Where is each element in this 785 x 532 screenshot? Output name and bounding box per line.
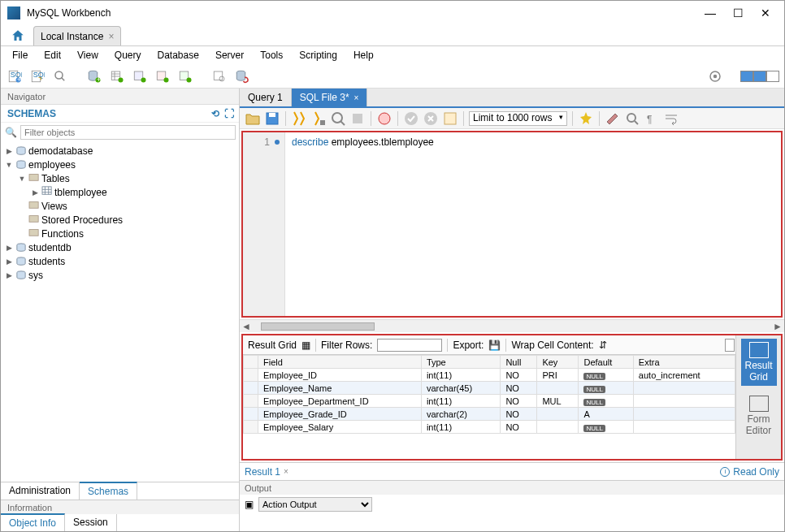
tree-item-employees[interactable]: ▼ employees	[1, 158, 239, 171]
execute-icon[interactable]	[291, 110, 307, 127]
toggle-bottom-panel[interactable]	[753, 71, 766, 82]
menu-scripting[interactable]: Scripting	[293, 48, 344, 63]
column-header[interactable]: Type	[421, 356, 501, 369]
refresh-icon[interactable]: ⟲	[211, 108, 219, 119]
fn-add-icon[interactable]	[176, 67, 194, 85]
toggle-left-panel[interactable]	[740, 71, 753, 82]
collapse-side-icon[interactable]	[725, 339, 735, 352]
svg-rect-25	[29, 175, 38, 181]
folder-icon	[28, 172, 40, 184]
close-tab-icon[interactable]: ×	[284, 467, 288, 476]
close-button[interactable]: ✕	[760, 7, 771, 19]
result-tab[interactable]: Result 1 ×	[245, 466, 288, 478]
wrap-icon[interactable]	[663, 110, 679, 127]
tree-item-studentdb[interactable]: ▶ studentdb	[1, 240, 239, 254]
scroll-thumb[interactable]	[261, 322, 375, 331]
wrap-cell-icon[interactable]: ⇵	[599, 340, 607, 351]
tree-item-functions[interactable]: Functions	[1, 227, 239, 240]
tree-item-sys[interactable]: ▶ sys	[1, 268, 239, 282]
close-tab-icon[interactable]: ×	[354, 93, 359, 102]
open-file-icon[interactable]	[245, 110, 261, 127]
explain-icon[interactable]	[330, 110, 346, 127]
filter-rows-input[interactable]	[377, 339, 442, 352]
tab-administration[interactable]: Administration	[1, 482, 80, 500]
beautify-icon[interactable]	[578, 110, 594, 127]
column-header[interactable]: Null	[501, 356, 537, 369]
column-header[interactable]: Default	[579, 356, 633, 369]
search-table-icon[interactable]	[210, 67, 228, 85]
code-text[interactable]: describe employees.tblemployee	[285, 132, 781, 316]
export-icon[interactable]: 💾	[488, 340, 501, 351]
view-add-icon[interactable]	[131, 67, 149, 85]
menu-file[interactable]: File	[6, 48, 34, 63]
table-add-icon[interactable]	[108, 67, 126, 85]
scroll-right-icon[interactable]: ►	[771, 321, 784, 332]
expand-icon[interactable]: ⛶	[224, 108, 234, 119]
sql-editor[interactable]: 1 describe employees.tblemployee	[241, 131, 783, 318]
menu-tools[interactable]: Tools	[254, 48, 289, 63]
editor-scrollbar[interactable]: ◄ ►	[240, 319, 784, 332]
grid-view-icon[interactable]: ▦	[301, 340, 310, 351]
invisible-chars-icon[interactable]: ¶	[644, 110, 660, 127]
table-row[interactable]: Employee_Department_IDint(11)NOMULNULL	[244, 395, 735, 408]
tab-session[interactable]: Session	[65, 514, 117, 531]
output-stack-icon[interactable]: ▣	[245, 499, 254, 510]
database-icon	[15, 257, 27, 266]
stop-icon[interactable]	[349, 110, 366, 127]
side-form-editor[interactable]: Form Editor	[741, 392, 777, 439]
settings-icon[interactable]	[706, 67, 724, 85]
output-select[interactable]: Action Output	[258, 497, 372, 512]
menu-database[interactable]: Database	[151, 48, 206, 63]
menu-view[interactable]: View	[71, 48, 105, 63]
toggle-autocommit-icon[interactable]	[376, 110, 392, 127]
tab-object-info[interactable]: Object Info	[1, 513, 65, 531]
execute-current-icon[interactable]	[310, 110, 327, 127]
editor-tab-query1[interactable]: Query 1	[240, 89, 292, 106]
table-row[interactable]: Employee_Namevarchar(45)NONULL	[244, 382, 735, 395]
sp-add-icon[interactable]	[154, 67, 171, 85]
editor-tab-sqlfile3[interactable]: SQL File 3* ×	[292, 89, 368, 106]
home-button[interactable]	[6, 26, 30, 45]
table-row[interactable]: Employee_Salaryint(11)NONULL	[244, 421, 735, 434]
inspector-icon[interactable]	[51, 67, 69, 85]
column-header[interactable]: Field	[258, 356, 422, 369]
find-icon[interactable]	[624, 110, 640, 127]
tree-label: Stored Procedures	[41, 214, 123, 226]
toggle-limit-icon[interactable]	[442, 110, 458, 127]
save-icon[interactable]	[264, 110, 280, 127]
column-header[interactable]: Key	[537, 356, 579, 369]
menu-help[interactable]: Help	[347, 48, 380, 63]
connection-tab[interactable]: Local Instance ×	[33, 26, 121, 45]
tree-item-demodatabase[interactable]: ▶ demodatabase	[1, 144, 239, 158]
tree-item-tblemployee[interactable]: ▶ tblemployee	[1, 185, 239, 199]
column-header[interactable]: Extra	[633, 356, 735, 369]
wrap-cell-label: Wrap Cell Content:	[511, 340, 593, 351]
reconnect-icon[interactable]	[233, 67, 251, 85]
brush-icon[interactable]	[605, 110, 621, 127]
menu-query[interactable]: Query	[108, 48, 148, 63]
close-tab-icon[interactable]: ×	[108, 31, 114, 42]
menu-server[interactable]: Server	[209, 48, 250, 63]
tree-item-tables[interactable]: ▼ Tables	[1, 171, 239, 185]
result-grid[interactable]: FieldTypeNullKeyDefaultExtra Employee_ID…	[243, 355, 735, 459]
table-row[interactable]: Employee_Grade_IDvarchar(2)NOA	[244, 408, 735, 421]
rollback-icon[interactable]	[423, 110, 439, 127]
tree-item-views[interactable]: Views	[1, 199, 239, 213]
scroll-left-icon[interactable]: ◄	[240, 321, 253, 332]
limit-select[interactable]: Limit to 1000 rows	[469, 111, 567, 126]
new-sql-tab-icon[interactable]: SQL+	[6, 67, 24, 85]
minimize-button[interactable]: —	[705, 7, 716, 19]
menu-edit[interactable]: Edit	[37, 48, 67, 63]
tree-item-students[interactable]: ▶ students	[1, 254, 239, 268]
tree-item-stored-procedures[interactable]: Stored Procedures	[1, 213, 239, 227]
table-row[interactable]: Employee_IDint(11)NOPRINULLauto_incremen…	[244, 369, 735, 382]
open-sql-icon[interactable]: SQL	[28, 67, 46, 85]
maximize-button[interactable]: ☐	[732, 7, 744, 19]
toggle-right-panel[interactable]	[766, 71, 779, 82]
db-add-icon[interactable]: +	[85, 67, 103, 85]
side-result-grid[interactable]: Result Grid	[741, 339, 777, 386]
tab-schemas[interactable]: Schemas	[80, 482, 137, 500]
table-icon	[41, 186, 53, 198]
filter-input[interactable]	[20, 125, 236, 140]
commit-icon[interactable]	[403, 110, 419, 127]
